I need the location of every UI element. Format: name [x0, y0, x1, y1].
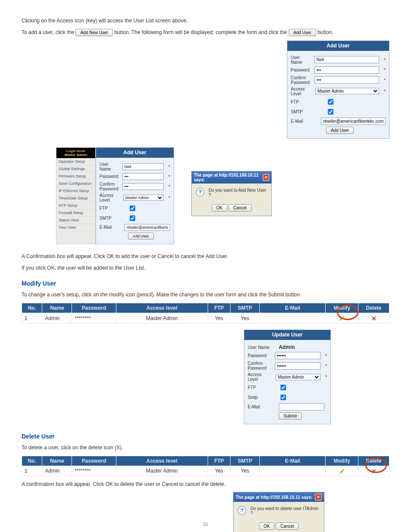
label-access-level: Access Level — [291, 87, 312, 96]
sidebar-item[interactable]: NTP Setup — [56, 202, 95, 209]
col-modify: Modify — [326, 303, 358, 313]
intro-p2: To add a user, click the Add New User bu… — [22, 29, 389, 36]
col-delete: Delete — [358, 456, 389, 466]
col-password: Password — [72, 456, 116, 466]
smtp-checkbox[interactable] — [280, 395, 286, 400]
cell-ftp: Yes — [208, 313, 230, 324]
cell-no: 1 — [22, 466, 42, 476]
col-email: E-Mail — [260, 303, 326, 313]
cell-name: Admin — [42, 466, 72, 476]
submit-button[interactable]: Submit — [279, 412, 302, 420]
email-input[interactable] — [279, 403, 324, 411]
col-smtp: SMTP — [230, 303, 260, 313]
label-ftp: FTP — [291, 100, 323, 104]
label-level: Access Level — [100, 193, 120, 202]
ftp-checkbox[interactable] — [328, 99, 333, 105]
label-ftp: FTP — [248, 385, 275, 390]
add-new-user-button-inline[interactable]: Add New User — [75, 29, 112, 36]
label-username: User Name — [100, 162, 119, 171]
confirm-password-input[interactable] — [314, 76, 379, 84]
col-ftp: FTP — [208, 303, 230, 313]
label-password: Password — [248, 353, 271, 358]
sidebar-item[interactable]: IP Ethernet Setup — [56, 187, 95, 195]
label-level: Access Level — [248, 372, 272, 382]
access-level-select[interactable]: Master Admin — [315, 88, 379, 94]
password-input[interactable] — [275, 352, 321, 359]
sidebar-item[interactable]: Operator Setup — [56, 158, 95, 165]
label-smtp: Smtp — [248, 395, 275, 400]
required-icon: * — [384, 57, 386, 62]
col-modify: Modify — [326, 456, 358, 466]
pencil-icon — [339, 468, 345, 474]
cell-modify[interactable] — [326, 313, 358, 324]
update-user-panel: Update User User NameAdmin Password* Con… — [244, 330, 331, 424]
col-no: No. — [22, 303, 42, 313]
password-input[interactable] — [314, 66, 379, 74]
smtp-checkbox[interactable] — [328, 109, 333, 115]
label-username: User Name — [291, 55, 311, 65]
intro-p2c: button. — [318, 29, 333, 35]
add-user-button[interactable]: Add User — [128, 233, 154, 240]
cell-password: ******** — [72, 466, 116, 476]
cancel-button[interactable]: Cancel — [229, 204, 252, 212]
user-list-table-modify: No. Name Password Access level FTP SMTP … — [22, 303, 389, 324]
question-icon: ? — [196, 188, 204, 196]
sidebar-item[interactable]: Tree View — [56, 224, 95, 231]
label-username: User Name — [248, 345, 275, 350]
sidebar-item[interactable]: Firewall Setup — [56, 209, 95, 217]
add-user-panel-large: Add User User Name* Password* Confirm Pa… — [287, 40, 389, 139]
col-delete: Delete — [358, 303, 389, 313]
intro-p2b: button. The following form will be displ… — [114, 29, 289, 35]
cell-delete[interactable] — [358, 466, 389, 476]
label-password: Password — [291, 68, 311, 72]
add-user-title: Add User — [287, 41, 389, 51]
sidebar-item[interactable]: Time/Date Setup — [56, 195, 95, 202]
cell-modify[interactable] — [326, 466, 358, 476]
label-confirm: Confirm Password — [248, 361, 271, 370]
col-no: No. — [22, 456, 42, 466]
required-icon: * — [384, 78, 386, 83]
cell-ftp: Yes — [208, 466, 230, 476]
delete-user-para: To delete a user, click on the delete ic… — [22, 444, 389, 451]
ftp-checkbox[interactable] — [130, 205, 135, 211]
col-access: Access level — [116, 303, 208, 313]
sidebar-item[interactable]: Status View — [56, 217, 95, 224]
label-password: Password — [100, 174, 119, 179]
password-input[interactable] — [122, 173, 164, 180]
sidebar-item[interactable]: Firmware Setup — [56, 173, 95, 180]
col-email: E-Mail — [260, 456, 326, 466]
close-icon[interactable]: ✕ — [263, 174, 269, 181]
col-smtp: SMTP — [230, 456, 260, 466]
username-input[interactable] — [122, 163, 164, 170]
cell-name: Admin — [42, 313, 72, 324]
close-icon[interactable]: ✕ — [315, 494, 322, 501]
add-user-button[interactable]: Add User — [326, 127, 354, 134]
confirm-input[interactable] — [275, 362, 321, 370]
dialog-message: Do you want to Add New User ? — [209, 188, 267, 197]
ftp-checkbox[interactable] — [280, 385, 286, 390]
confirm-para-a: A Confirmation box will appear. Click OK… — [22, 253, 389, 260]
cell-smtp: Yes — [230, 466, 260, 476]
username-input[interactable] — [314, 56, 379, 63]
level-select[interactable]: Master Admin — [276, 374, 321, 380]
cell-email — [260, 313, 326, 324]
intro-p2a: To add a user, click the — [22, 29, 75, 35]
email-input[interactable] — [125, 224, 170, 231]
ok-button[interactable]: OK — [212, 204, 227, 212]
smtp-checkbox[interactable] — [130, 215, 135, 221]
level-select[interactable]: Master Admin — [123, 195, 164, 201]
sidebar-item[interactable]: Global Settings — [56, 165, 95, 173]
add-user-title-small: Add User — [96, 148, 174, 158]
page-number: 50 — [0, 522, 411, 527]
add-user-button-inline[interactable]: Add User — [289, 29, 316, 36]
email-input[interactable] — [321, 118, 386, 125]
dialog-title: The page at http://192.168.10.11 says: — [236, 495, 312, 500]
confirm-delete-para: A confirmation box will appear. Click OK… — [22, 481, 389, 488]
modify-user-para: To change a user's setup, click on the m… — [22, 291, 389, 299]
confirm-input[interactable] — [122, 183, 164, 190]
col-password: Password — [72, 303, 116, 313]
dialog-title: The page at http://192.168.10.11 says: — [194, 173, 263, 182]
sidebar-item[interactable]: Save Configuration — [56, 180, 95, 187]
operator-setup-screenshot: Login NodeMaster Admin Operator Setup Gl… — [56, 147, 174, 244]
cell-delete[interactable] — [358, 313, 389, 324]
